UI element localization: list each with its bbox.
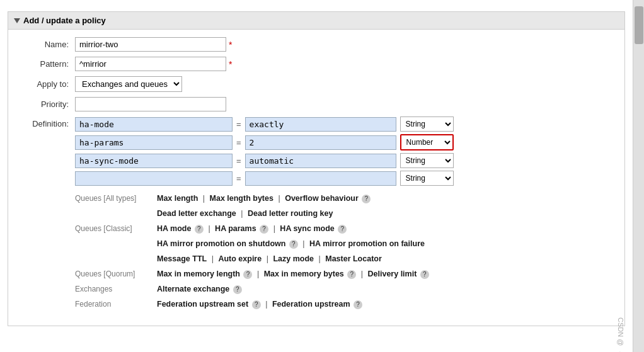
hint-max-mem-length[interactable]: Max in memory length bbox=[157, 270, 240, 278]
def-eq-3: = bbox=[236, 156, 241, 166]
hint-cat-quorum: Queues [Quorum] bbox=[75, 270, 157, 278]
max-mem-length-help-icon[interactable]: ? bbox=[243, 270, 252, 279]
hint-dead-letter-routing[interactable]: Dead letter routing key bbox=[248, 209, 333, 218]
def-row-1: = StringNumberListBoolean bbox=[75, 116, 454, 132]
def-row-3: = StringNumberListBoolean bbox=[75, 153, 454, 168]
def-row-2: = StringNumberListBoolean bbox=[75, 134, 454, 150]
hint-exchanges-row: Exchanges Alternate exchange ? bbox=[75, 283, 454, 295]
ha-shutdown-help-icon[interactable]: ? bbox=[289, 240, 298, 249]
hint-classic-row2: HA mirror promotion on shutdown ? | HA m… bbox=[75, 237, 454, 250]
delivery-limit-help-icon[interactable]: ? bbox=[420, 270, 429, 279]
hint-auto-expire[interactable]: Auto expire bbox=[218, 254, 262, 263]
def-eq-2: = bbox=[236, 138, 241, 147]
name-row: Name: * bbox=[18, 37, 614, 52]
hint-federation-row: Federation Federation upstream set ? | F… bbox=[75, 298, 454, 310]
pattern-label: Pattern: bbox=[18, 59, 75, 69]
hint-cat-federation: Federation bbox=[75, 300, 157, 309]
hint-items-exchanges: Alternate exchange ? bbox=[157, 283, 242, 295]
hint-items-classic-3: Message TTL | Auto expire | Lazy mode | … bbox=[157, 253, 382, 265]
hint-max-length-bytes[interactable]: Max length bytes bbox=[210, 194, 273, 203]
hint-cat-classic: Queues [Classic] bbox=[75, 224, 157, 233]
hint-items-classic-2: HA mirror promotion on shutdown ? | HA m… bbox=[157, 237, 425, 250]
hint-ha-mirror-shutdown[interactable]: HA mirror promotion on shutdown bbox=[157, 239, 285, 248]
def-val-2[interactable] bbox=[245, 135, 396, 150]
max-mem-bytes-help-icon[interactable]: ? bbox=[347, 270, 356, 279]
def-val-1[interactable] bbox=[245, 117, 396, 132]
hint-message-ttl[interactable]: Message TTL bbox=[157, 254, 207, 263]
def-type-select-3[interactable]: StringNumberListBoolean bbox=[400, 153, 454, 168]
hint-items-federation: Federation upstream set ? | Federation u… bbox=[157, 298, 362, 310]
def-type-select-4[interactable]: StringNumberListBoolean bbox=[400, 171, 454, 186]
priority-input[interactable] bbox=[75, 97, 226, 111]
hint-cat-exchanges: Exchanges bbox=[75, 285, 157, 293]
watermark: CSDN @之东宜 bbox=[616, 317, 625, 346]
definition-section: = StringNumberListBoolean = bbox=[75, 116, 454, 313]
hint-items-classic-1: HA mode ? | HA params ? | HA sync mode ? bbox=[157, 222, 347, 235]
hint-all-types-row2: Dead letter exchange | Dead letter routi… bbox=[75, 207, 454, 220]
overflow-help-icon[interactable]: ? bbox=[362, 195, 371, 203]
scrollbar[interactable] bbox=[633, 0, 644, 352]
fed-upstream-set-help-icon[interactable]: ? bbox=[252, 300, 261, 309]
def-key-2[interactable] bbox=[75, 135, 233, 150]
hint-ha-sync-mode[interactable]: HA sync mode bbox=[280, 224, 334, 233]
name-input[interactable] bbox=[75, 37, 226, 52]
def-key-1[interactable] bbox=[75, 117, 233, 132]
hint-max-mem-bytes[interactable]: Max in memory bytes bbox=[264, 270, 344, 278]
apply-label: Apply to: bbox=[18, 79, 75, 89]
apply-select[interactable]: Exchanges and queues Exchanges Queues bbox=[75, 76, 182, 92]
hint-classic-row3: Message TTL | Auto expire | Lazy mode | … bbox=[75, 253, 454, 265]
pattern-required: * bbox=[229, 59, 232, 69]
apply-row: Apply to: Exchanges and queues Exchanges… bbox=[18, 76, 614, 92]
priority-row: Priority: bbox=[18, 97, 614, 111]
section-body: Name: * Pattern: * Apply to: Exchanges a… bbox=[8, 30, 624, 326]
def-type-select-1[interactable]: StringNumberListBoolean bbox=[400, 116, 454, 132]
hint-dead-letter-exchange[interactable]: Dead letter exchange bbox=[157, 209, 236, 218]
hint-lazy-mode[interactable]: Lazy mode bbox=[273, 254, 314, 263]
def-row-4: = StringNumberListBoolean bbox=[75, 171, 454, 186]
hint-alternate-exchange[interactable]: Alternate exchange bbox=[157, 285, 229, 293]
hint-ha-mirror-failure[interactable]: HA mirror promotion on failure bbox=[309, 239, 425, 248]
definition-row-wrapper: Definition: = StringNumberListBoolean bbox=[18, 116, 614, 313]
hint-delivery-limit[interactable]: Delivery limit bbox=[368, 270, 417, 278]
hint-items-all-2: Dead letter exchange | Dead letter routi… bbox=[157, 207, 333, 220]
pattern-row: Pattern: * bbox=[18, 57, 614, 71]
hint-items-quorum: Max in memory length ? | Max in memory b… bbox=[157, 268, 429, 280]
hint-max-length[interactable]: Max length bbox=[157, 194, 198, 203]
hint-ha-mode[interactable]: HA mode bbox=[157, 224, 191, 233]
def-eq-1: = bbox=[236, 120, 241, 129]
def-eq-4: = bbox=[236, 174, 241, 183]
hint-federation-upstream-set[interactable]: Federation upstream set bbox=[157, 300, 248, 309]
hint-classic-row1: Queues [Classic] HA mode ? | HA params ?… bbox=[75, 222, 454, 235]
hints-section: Queues [All types] Max length | Max leng… bbox=[75, 192, 454, 313]
def-val-4[interactable] bbox=[245, 171, 396, 186]
hint-all-types-row1: Queues [All types] Max length | Max leng… bbox=[75, 192, 454, 205]
def-key-3[interactable] bbox=[75, 154, 233, 168]
priority-label: Priority: bbox=[18, 99, 75, 109]
hint-quorum-row1: Queues [Quorum] Max in memory length ? |… bbox=[75, 268, 454, 280]
section-header[interactable]: Add / update a policy bbox=[8, 12, 624, 30]
ha-sync-help-icon[interactable]: ? bbox=[338, 225, 347, 234]
def-key-4[interactable] bbox=[75, 171, 233, 186]
name-label: Name: bbox=[18, 40, 75, 49]
hint-cat-all: Queues [All types] bbox=[75, 194, 157, 203]
hint-overflow[interactable]: Overflow behaviour bbox=[285, 194, 359, 203]
def-val-3[interactable] bbox=[245, 154, 396, 168]
policy-section: Add / update a policy Name: * Pattern: * bbox=[8, 11, 625, 326]
fed-upstream-help-icon[interactable]: ? bbox=[354, 300, 362, 309]
section-title: Add / update a policy bbox=[23, 16, 106, 25]
def-type-select-2[interactable]: StringNumberListBoolean bbox=[400, 134, 454, 150]
pattern-input[interactable] bbox=[75, 57, 226, 71]
hint-ha-params[interactable]: HA params bbox=[215, 224, 256, 233]
definition-label: Definition: bbox=[18, 116, 75, 128]
ha-params-help-icon[interactable]: ? bbox=[260, 225, 268, 234]
name-required: * bbox=[229, 40, 232, 50]
hint-master-locator[interactable]: Master Locator bbox=[325, 254, 382, 263]
collapse-icon bbox=[14, 18, 20, 23]
ha-mode-help-icon[interactable]: ? bbox=[195, 225, 204, 234]
hint-items-all: Max length | Max length bytes | Overflow… bbox=[157, 192, 371, 205]
hint-federation-upstream[interactable]: Federation upstream bbox=[272, 300, 350, 309]
scrollbar-thumb[interactable] bbox=[635, 6, 643, 44]
alt-exchange-help-icon[interactable]: ? bbox=[233, 285, 242, 294]
